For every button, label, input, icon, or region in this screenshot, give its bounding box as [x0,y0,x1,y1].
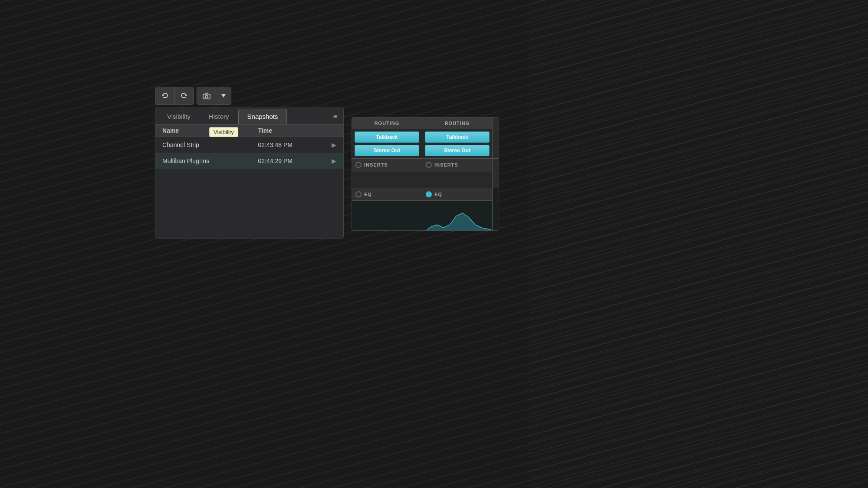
routing-col-1: ROUTING Talkback Stereo Out [352,118,422,158]
inserts-col-3-partial [493,159,499,188]
eq-col-2: EQ [422,188,493,230]
table-row[interactable]: Channel Strip 02:43:48 PM ▶ [155,137,343,153]
inserts-circle-2 [426,162,432,168]
eq-curve-svg [422,201,492,230]
col-name-header: Name [162,127,258,134]
routing-header-1: ROUTING [352,118,422,129]
inserts-col-2: INSERTS [422,159,493,188]
eq-label-2: EQ [434,192,442,197]
row-play-0[interactable]: ▶ [332,141,336,148]
tab-visibility[interactable]: Visibility [158,109,200,124]
table-row[interactable]: Multiban Plug-Ins 02:44:29 PM ▶ [155,153,343,169]
eq-header-2: EQ [422,188,492,201]
stereo-out-button-2[interactable]: Stereo Out [425,145,490,156]
col-time-header: Time [258,127,336,134]
tab-history[interactable]: History [200,109,238,124]
redo-button[interactable] [174,87,194,105]
eq-col-1: EQ [352,188,422,230]
eq-body-1 [352,201,422,230]
table-empty-area [155,169,343,239]
right-panel: ROUTING Talkback Stereo Out ROUTING Talk… [352,117,499,231]
inserts-header-1: INSERTS [352,159,422,171]
talkback-button-2[interactable]: Talkback [425,131,490,143]
tab-menu-icon[interactable]: ≡ [330,111,341,122]
row-time-1: 02:44:29 PM [258,157,324,164]
eq-label-1: EQ [364,192,372,197]
inserts-col-1: INSERTS [352,159,422,188]
inserts-circle-1 [355,162,362,168]
background-stripes [0,0,868,488]
toolbar [155,87,502,105]
eq-body-2 [422,201,492,230]
inserts-body-1 [352,171,422,188]
routing-col-3-partial [493,118,499,158]
stereo-out-button-1[interactable]: Stereo Out [355,145,419,156]
table-header: Name Time [155,124,343,137]
toolbar-dropdown-button[interactable] [216,87,231,105]
tabs-bar: Visibility History Snapshots ≡ Visibilit… [155,107,343,124]
eq-circle-2 [426,191,432,197]
undo-redo-group [155,87,194,105]
svg-point-1 [205,95,208,98]
svg-marker-2 [221,94,226,98]
tab-snapshots[interactable]: Snapshots [238,109,287,124]
row-name-1: Multiban Plug-Ins [162,157,258,164]
eq-header-1: EQ [352,188,422,201]
row-play-1[interactable]: ▶ [332,157,336,164]
row-time-0: 02:43:48 PM [258,141,324,148]
inserts-header-2: INSERTS [422,159,492,171]
routing-col-2: ROUTING Talkback Stereo Out [422,118,493,158]
eq-circle-1 [355,191,362,197]
background-right-stripes [529,0,868,488]
inserts-label-1: INSERTS [364,162,388,167]
eq-section: EQ EQ [352,188,499,230]
snapshots-panel: Visibility History Snapshots ≡ Visibilit… [155,107,344,239]
eq-col-3-partial [493,188,499,230]
routing-header-2: ROUTING [422,118,492,129]
inserts-section: INSERTS INSERTS [352,159,499,188]
camera-button[interactable] [197,87,216,105]
camera-dropdown-group [197,87,231,105]
snapshot-table: Channel Strip 02:43:48 PM ▶ Multiban Plu… [155,137,343,239]
undo-button[interactable] [155,87,174,105]
inserts-body-2 [422,171,492,188]
talkback-button-1[interactable]: Talkback [355,131,419,143]
row-name-0: Channel Strip [162,141,258,148]
routing-section: ROUTING Talkback Stereo Out ROUTING Talk… [352,118,499,159]
inserts-label-2: INSERTS [434,162,458,167]
